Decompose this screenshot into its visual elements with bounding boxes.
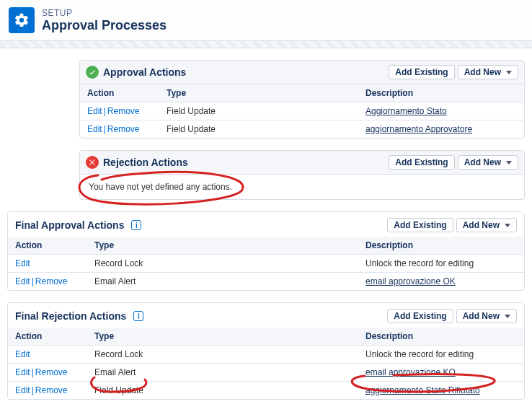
column-type: Type	[87, 328, 358, 346]
edit-link[interactable]: Edit	[15, 385, 30, 395]
description-link[interactable]: email approvazione KO	[365, 367, 456, 377]
gear-icon	[9, 7, 35, 33]
edit-link[interactable]: Edit	[87, 106, 102, 116]
type-cell: Field Update	[159, 102, 358, 120]
table-row: Edit Record Lock Unlock the record for e…	[8, 255, 524, 273]
edit-link[interactable]: Edit	[15, 276, 30, 286]
approval-actions-table: Action Type Description Edit|Remove Fiel…	[80, 84, 524, 138]
info-icon[interactable]: i	[133, 311, 143, 321]
edit-link[interactable]: Edit	[15, 349, 30, 359]
add-existing-button[interactable]: Add Existing	[387, 309, 453, 323]
description-link[interactable]: email approvazione OK	[365, 276, 456, 286]
chevron-down-icon	[505, 224, 510, 227]
table-row: Edit|Remove Email Alert email approvazio…	[8, 364, 524, 382]
panel-title-rejection-actions: Rejection Actions	[103, 157, 188, 168]
type-cell: Email Alert	[87, 273, 358, 291]
remove-link[interactable]: Remove	[107, 124, 140, 134]
error-icon	[86, 156, 99, 169]
edit-link[interactable]: Edit	[87, 124, 102, 134]
info-icon[interactable]: i	[131, 220, 141, 230]
column-action: Action	[8, 328, 87, 346]
page-header: SETUP Approval Processes	[0, 0, 532, 41]
chevron-down-icon	[505, 315, 510, 318]
table-row: Edit Record Lock Unlock the record for e…	[8, 346, 524, 364]
column-type: Type	[87, 237, 358, 255]
remove-link[interactable]: Remove	[35, 276, 68, 286]
approval-actions-panel: Approval Actions Add Existing Add New Ac…	[79, 60, 525, 139]
description-link[interactable]: aggiornamento Approvatore	[365, 124, 472, 134]
add-existing-button[interactable]: Add Existing	[387, 218, 453, 232]
description-link[interactable]: Aggiornamento Stato	[365, 106, 447, 116]
table-row: Edit|Remove Field Update Aggiornamento S…	[80, 102, 524, 120]
final-approval-table: Action Type Description Edit Record Lock…	[8, 237, 524, 290]
column-type: Type	[159, 84, 358, 102]
add-new-button[interactable]: Add New	[456, 309, 517, 323]
add-new-button[interactable]: Add New	[456, 218, 517, 232]
table-row: Edit|Remove Field Update aggiornamento A…	[80, 120, 524, 139]
final-rejection-actions-panel: Final Rejection Actions i Add Existing A…	[7, 302, 525, 400]
edit-link[interactable]: Edit	[15, 258, 30, 268]
chevron-down-icon	[506, 71, 512, 74]
table-row: Edit|Remove Field Update aggiornamento S…	[8, 382, 524, 400]
setup-label: SETUP	[42, 8, 167, 18]
description-link[interactable]: aggiornamento Stato Rifiutato	[365, 385, 480, 395]
description-text: Unlock the record for editing	[358, 346, 524, 364]
remove-link[interactable]: Remove	[35, 385, 68, 395]
empty-message: You have not yet defined any actions.	[80, 175, 524, 199]
add-existing-button[interactable]: Add Existing	[389, 155, 454, 170]
final-rejection-table: Action Type Description Edit Record Lock…	[8, 328, 524, 399]
decorative-band	[0, 41, 532, 48]
chevron-down-icon	[506, 161, 512, 165]
add-new-button[interactable]: Add New	[458, 65, 518, 79]
panel-title-approval-actions: Approval Actions	[103, 66, 186, 78]
type-cell: Field Update	[159, 120, 358, 139]
column-action: Action	[80, 84, 159, 102]
type-cell: Email Alert	[87, 364, 358, 382]
type-cell: Record Lock	[87, 255, 358, 273]
type-cell: Record Lock	[87, 346, 358, 364]
table-row: Edit|Remove Email Alert email approvazio…	[8, 273, 524, 291]
remove-link[interactable]: Remove	[35, 367, 68, 377]
check-icon	[86, 66, 99, 79]
panel-title-final-approval: Final Approval Actions	[15, 219, 124, 231]
panel-title-final-rejection: Final Rejection Actions	[15, 310, 126, 322]
column-description: Description	[358, 237, 524, 255]
column-action: Action	[8, 237, 87, 255]
type-cell: Field Update	[87, 382, 358, 400]
add-existing-button[interactable]: Add Existing	[389, 65, 454, 79]
column-description: Description	[358, 328, 524, 346]
description-text: Unlock the record for editing	[358, 255, 524, 273]
add-new-button[interactable]: Add New	[458, 155, 518, 170]
edit-link[interactable]: Edit	[15, 367, 30, 377]
column-description: Description	[358, 84, 524, 102]
final-approval-actions-panel: Final Approval Actions i Add Existing Ad…	[7, 211, 525, 291]
page-title: Approval Processes	[42, 18, 167, 33]
remove-link[interactable]: Remove	[107, 106, 140, 116]
rejection-actions-panel: Rejection Actions Add Existing Add New Y…	[79, 150, 525, 200]
